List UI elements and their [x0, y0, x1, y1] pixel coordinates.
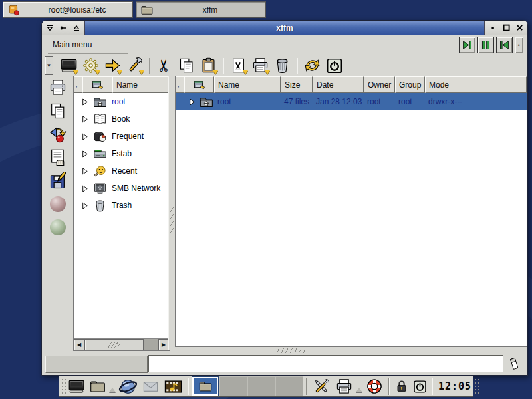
previous-button[interactable] [496, 37, 513, 53]
command-input[interactable] [149, 356, 503, 372]
name-column-header[interactable]: Name [214, 76, 281, 93]
print-side-button[interactable] [46, 78, 70, 98]
date-column-header[interactable]: Date [313, 76, 364, 93]
side-toolbar [43, 78, 72, 241]
sort-hint-header[interactable]: , [74, 76, 82, 93]
file-owner-cell: root [364, 97, 395, 106]
print-button[interactable] [249, 56, 271, 75]
stick-icon[interactable] [58, 22, 69, 33]
tools-wrench-button[interactable] [124, 56, 146, 75]
panel-settings-launcher[interactable] [310, 376, 333, 396]
expander-icon[interactable] [80, 167, 89, 176]
tasklist-empty-slot[interactable] [247, 376, 275, 396]
panel-mail-launcher[interactable] [140, 376, 162, 396]
tree-item-smb-network[interactable]: SMB Network [74, 180, 169, 197]
panel-grip-left[interactable] [61, 378, 66, 394]
panel-lock-button[interactable] [392, 376, 411, 396]
tree-item-recent[interactable]: Recent [74, 162, 169, 180]
panel-print-launcher[interactable] [333, 376, 355, 396]
panel-separator [188, 378, 189, 395]
power-button[interactable] [323, 56, 345, 75]
expander-icon[interactable] [80, 201, 89, 210]
expander-icon[interactable] [80, 115, 89, 124]
name-column-header[interactable]: Name [112, 76, 169, 93]
menubar: Main menu ▪ [43, 36, 527, 55]
toolbar-separator [149, 58, 150, 74]
command-entry [148, 355, 503, 372]
tasklist-empty-slot[interactable] [275, 376, 303, 396]
diff-button[interactable] [46, 124, 70, 144]
copy-side-button[interactable] [46, 101, 70, 121]
settings-gear-button[interactable] [80, 56, 102, 75]
save-button[interactable] [46, 171, 70, 191]
go-button[interactable] [102, 56, 124, 75]
expander-icon[interactable] [80, 98, 89, 106]
fstab-drive-icon [91, 146, 108, 161]
icon-column-header[interactable] [184, 76, 214, 93]
statusbar [42, 353, 527, 375]
pause-button[interactable] [477, 37, 494, 53]
popup-arrow-icon[interactable] [356, 384, 362, 392]
eraser-icon[interactable] [506, 356, 522, 372]
scrollbar-thumb[interactable] [84, 339, 144, 350]
green-sphere-button[interactable] [46, 217, 70, 237]
panel-file-manager-launcher[interactable] [87, 376, 108, 396]
panel-browser-launcher[interactable] [116, 376, 140, 396]
taskbar-button-terminal[interactable]: root@louisa:/etc [3, 1, 133, 18]
scrollbar-track[interactable] [144, 339, 158, 350]
scroll-right-icon[interactable]: ▶ [158, 339, 169, 350]
hide-icon[interactable] [487, 22, 499, 33]
tree-item-trash[interactable]: Trash [74, 197, 169, 214]
panel-grip-right[interactable] [474, 378, 479, 394]
tree-item-root[interactable]: root [74, 93, 169, 110]
tree-item-book[interactable]: Book [74, 110, 169, 128]
terminal-button[interactable] [58, 56, 80, 75]
tree-item-label: Frequent [112, 132, 144, 141]
panel-terminal-launcher[interactable] [66, 376, 87, 396]
select-document-button[interactable] [46, 148, 70, 168]
mode-column-header[interactable]: Mode [425, 76, 527, 93]
refresh-button[interactable] [301, 56, 323, 75]
tree-item-fstab[interactable]: Fstab [74, 145, 169, 162]
expander-icon[interactable] [80, 150, 89, 158]
panel-quit-button[interactable] [411, 376, 429, 396]
cut-button[interactable] [154, 56, 176, 75]
owner-column-header[interactable]: Owner [364, 76, 395, 93]
file-row-root-selected[interactable]: root 47 files Jan 28 12:03 root root drw… [176, 93, 527, 110]
red-sphere-button[interactable] [46, 194, 70, 214]
run-tool-button[interactable] [227, 56, 249, 75]
more-button[interactable]: ▪ [515, 37, 523, 53]
expander-icon[interactable] [187, 98, 196, 106]
icon-column-header[interactable] [82, 76, 112, 93]
popup-arrow-icon[interactable] [109, 384, 116, 392]
file-pane-header: , Name Size Date Owner Group Mode [176, 76, 527, 93]
paste-button[interactable] [198, 56, 219, 75]
horizontal-pane-grip[interactable] [275, 348, 305, 353]
panel-multimedia-launcher[interactable] [162, 376, 185, 396]
copy-button[interactable] [176, 56, 198, 75]
panel-clock[interactable]: 12:05 [436, 380, 474, 392]
tasklist-active-window[interactable] [192, 376, 219, 396]
tasklist-empty-slot[interactable] [219, 376, 247, 396]
size-column-header[interactable]: Size [281, 76, 313, 93]
scroll-left-icon[interactable]: ◀ [74, 339, 84, 350]
trash-button[interactable] [271, 56, 293, 75]
close-icon[interactable] [514, 22, 525, 33]
taskbar-button-xffm[interactable]: xffm [136, 1, 266, 18]
titlebar[interactable]: xffm [42, 21, 527, 35]
group-column-header[interactable]: Group [395, 76, 425, 93]
panel-help-launcher[interactable] [363, 376, 386, 396]
toolbar-separator [223, 58, 224, 74]
toolbar-collapse-button[interactable]: ▼ [45, 56, 53, 75]
window-menu-icon[interactable] [45, 22, 56, 33]
maximize-icon[interactable] [501, 22, 512, 33]
next-button[interactable] [459, 37, 475, 53]
shade-icon[interactable] [71, 22, 82, 33]
main-menu[interactable]: Main menu [53, 40, 92, 49]
titlebar-title-area[interactable]: xffm [85, 21, 484, 35]
expander-icon[interactable] [80, 132, 89, 141]
sort-hint-header[interactable]: , [176, 76, 184, 93]
tree-item-frequent[interactable]: Frequent [74, 128, 169, 145]
toolbar-separator [297, 58, 298, 74]
expander-icon[interactable] [80, 184, 89, 193]
